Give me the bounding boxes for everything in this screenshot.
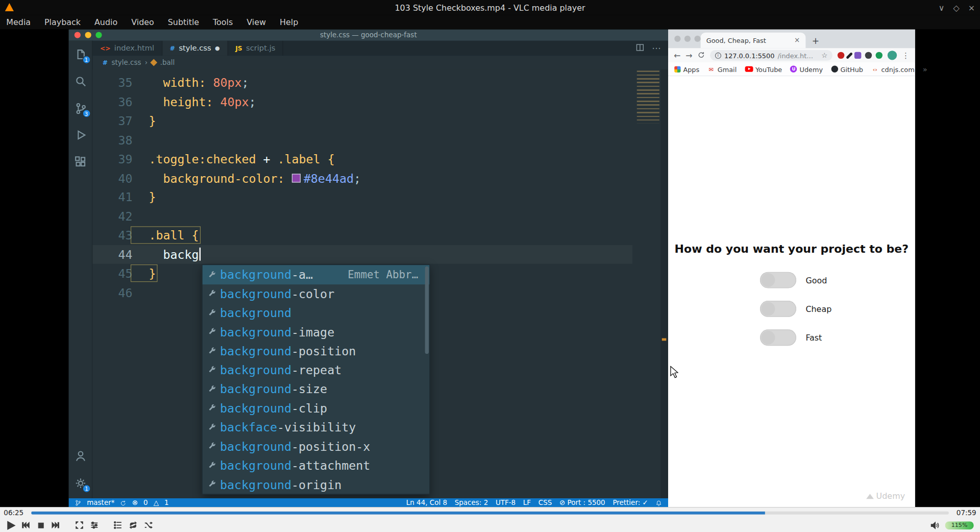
- suggestion-item[interactable]: background-position-x: [203, 437, 429, 455]
- forward-icon[interactable]: →: [685, 51, 692, 59]
- suggestion-item[interactable]: background: [203, 303, 429, 322]
- status-item[interactable]: ⊘ Port : 5500: [559, 499, 605, 507]
- tab-script.js[interactable]: JSscript.js: [228, 41, 284, 56]
- checkbox-row-cheap[interactable]: Cheap: [760, 301, 831, 317]
- browser-tab[interactable]: Good, Cheap, Fast ×: [701, 33, 806, 49]
- menu-item-tools[interactable]: Tools: [213, 17, 233, 27]
- source-control-icon[interactable]: 3: [73, 101, 88, 115]
- tab-close-icon[interactable]: ×: [794, 36, 800, 44]
- bookmark-gmail[interactable]: ✉Gmail: [707, 65, 737, 73]
- zoom-traffic-icon[interactable]: [694, 36, 700, 42]
- status-item[interactable]: Prettier: ✓: [612, 499, 648, 507]
- suggestion-item[interactable]: background-repeat: [203, 360, 429, 379]
- bookmark-udemy[interactable]: UUdemy: [790, 65, 823, 73]
- warnings-icon[interactable]: △: [154, 499, 159, 507]
- errors-count[interactable]: 0: [143, 499, 148, 507]
- play-button[interactable]: [4, 518, 17, 532]
- suggestion-item[interactable]: background-origin: [203, 475, 429, 494]
- warnings-count[interactable]: 1: [164, 499, 169, 507]
- breadcrumb-file[interactable]: style.css: [111, 58, 141, 66]
- close-icon[interactable]: ×: [968, 3, 975, 12]
- search-icon[interactable]: [73, 74, 88, 88]
- run-debug-icon[interactable]: [73, 128, 88, 142]
- toggle-checkbox[interactable]: [760, 272, 796, 288]
- status-item[interactable]: Ln 44, Col 8: [406, 499, 447, 507]
- extended-settings-button[interactable]: [87, 518, 101, 532]
- checkbox-row-good[interactable]: Good: [760, 272, 831, 288]
- settings-gear-icon[interactable]: 1: [73, 476, 88, 491]
- tab-index.html[interactable]: <>index.html: [92, 41, 162, 56]
- code-line[interactable]: 36 height: 40px;: [92, 92, 632, 111]
- more-actions-icon[interactable]: ⋯: [652, 43, 660, 53]
- suggestion-item[interactable]: background-size: [203, 379, 429, 398]
- ext-red-icon[interactable]: [838, 52, 844, 59]
- errors-icon[interactable]: ⊗: [132, 499, 138, 507]
- account-icon[interactable]: [73, 448, 88, 463]
- new-tab-icon[interactable]: +: [812, 36, 819, 45]
- close-traffic-icon[interactable]: [674, 36, 680, 42]
- code-line[interactable]: 38: [92, 130, 632, 149]
- extensions-icon[interactable]: [73, 154, 88, 169]
- bell-icon[interactable]: [656, 499, 662, 507]
- code-line[interactable]: 43.ball {: [92, 226, 632, 245]
- menu-item-help[interactable]: Help: [280, 17, 298, 27]
- toggle-checkbox[interactable]: [760, 301, 796, 317]
- code-line[interactable]: 41}: [92, 187, 632, 206]
- code-line[interactable]: 37}: [92, 111, 632, 130]
- bookmark-github[interactable]: GitHub: [831, 65, 863, 73]
- bookmark-apps[interactable]: Apps: [674, 65, 699, 73]
- restore-icon[interactable]: ◇: [953, 3, 959, 12]
- suggestion-item[interactable]: background-color: [203, 284, 429, 303]
- previous-button[interactable]: [19, 518, 33, 532]
- minimap[interactable]: [637, 70, 659, 123]
- code-line[interactable]: 44 backg: [92, 245, 632, 263]
- playlist-button[interactable]: [111, 518, 125, 532]
- ext-pin-icon[interactable]: [865, 52, 872, 59]
- volume-slider[interactable]: 115%: [945, 521, 973, 529]
- suggestion-item[interactable]: backface-visibility: [203, 418, 429, 437]
- reload-icon[interactable]: [697, 51, 705, 60]
- profile-avatar[interactable]: [888, 51, 897, 60]
- menu-item-playback[interactable]: Playback: [44, 17, 81, 27]
- ext-puzzle-icon[interactable]: [854, 52, 861, 59]
- git-branch-icon[interactable]: [75, 499, 81, 507]
- shuffle-button[interactable]: [141, 518, 155, 532]
- next-button[interactable]: [49, 518, 63, 532]
- menu-item-view[interactable]: View: [247, 17, 266, 27]
- menu-item-audio[interactable]: Audio: [94, 17, 117, 27]
- code-editor[interactable]: 35 width: 80px;36 height: 40px;37}3839.t…: [92, 69, 668, 498]
- status-item[interactable]: CSS: [538, 499, 552, 507]
- code-line[interactable]: 40 background-color: #8e44ad;: [92, 168, 632, 187]
- stop-button[interactable]: [34, 518, 47, 532]
- address-bar[interactable]: i 127.0.0.1:5500 /index.ht… ☆: [710, 50, 832, 61]
- breadcrumb-symbol[interactable]: .ball: [160, 58, 175, 66]
- tab-style.css[interactable]: #style.css●: [162, 41, 228, 56]
- code-line[interactable]: 35 width: 80px;: [92, 73, 632, 92]
- minimize-traffic-icon[interactable]: [684, 36, 691, 42]
- status-item[interactable]: Spaces: 2: [455, 499, 488, 507]
- breadcrumb[interactable]: # style.css › .ball: [92, 56, 668, 69]
- toggle-checkbox[interactable]: [760, 329, 796, 346]
- fullscreen-button[interactable]: [72, 518, 86, 532]
- suggestion-item[interactable]: background-position: [203, 342, 429, 360]
- status-item[interactable]: LF: [523, 499, 531, 507]
- ext-pen-icon[interactable]: [846, 52, 853, 59]
- menu-item-media[interactable]: Media: [6, 17, 31, 27]
- modified-dot-icon[interactable]: ●: [215, 45, 220, 51]
- color-swatch[interactable]: [292, 174, 301, 182]
- bookmark-cdnjs[interactable]: ‹›cdnjs.com: [871, 65, 915, 73]
- seek-bar[interactable]: [31, 511, 949, 514]
- checkbox-row-fast[interactable]: Fast: [760, 329, 831, 346]
- loop-button[interactable]: [126, 518, 140, 532]
- menu-item-video[interactable]: Video: [131, 17, 154, 27]
- suggestion-item[interactable]: background-attachment: [203, 456, 429, 475]
- minimize-icon[interactable]: ∨: [939, 3, 945, 12]
- code-line[interactable]: 39.toggle:checked + .label {: [92, 150, 632, 168]
- editor-scrollbar[interactable]: [660, 69, 668, 498]
- speaker-icon[interactable]: [927, 518, 941, 532]
- bookmarks-overflow-icon[interactable]: »: [923, 65, 927, 74]
- ext-green-icon[interactable]: [876, 52, 883, 59]
- sync-icon[interactable]: [120, 499, 126, 507]
- suggestion-item[interactable]: background-image: [203, 322, 429, 341]
- code-line[interactable]: 42: [92, 207, 632, 226]
